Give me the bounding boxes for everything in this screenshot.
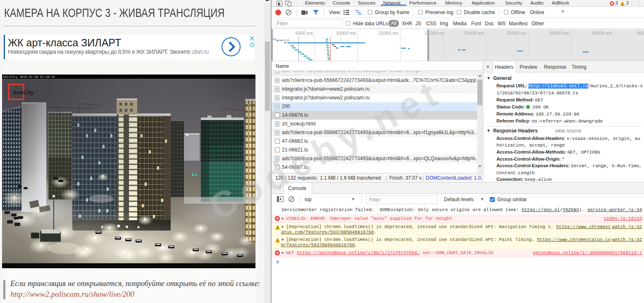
svg-text:5000 ms: 5000 ms: [296, 31, 313, 36]
svg-text:35000 ms: 35000 ms: [549, 31, 570, 36]
svg-text:15000 ms: 15000 ms: [379, 31, 399, 36]
svg-text:30000 ms: 30000 ms: [507, 31, 527, 36]
svg-text:10000 ms: 10000 ms: [336, 31, 356, 36]
svg-text:2: 2: [425, 31, 427, 36]
svg-text:40000 ms: 40000 ms: [592, 31, 612, 36]
svg-text:000 ms: 000 ms: [430, 31, 445, 36]
svg-text:25000 ms: 25000 ms: [464, 31, 484, 36]
svg-text:450: 450: [637, 31, 644, 36]
svg-text:SetlCity 2018-02-09 01:56:42: SetlCity 2018-02-09 01:56:42: [3, 75, 55, 79]
svg-text:SetlCity: SetlCity: [13, 89, 34, 96]
